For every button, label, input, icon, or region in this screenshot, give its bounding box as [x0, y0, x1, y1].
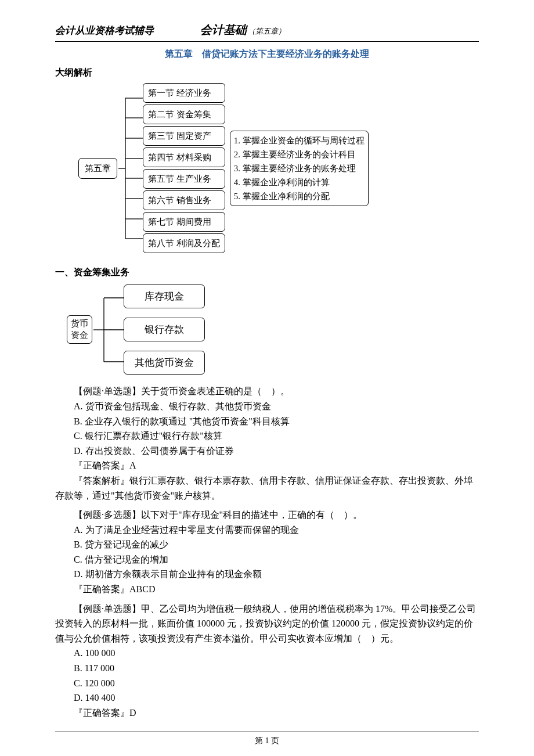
option-c: C. 借方登记现金的增加 — [55, 552, 479, 567]
monetary-funds-root-box: 货币 资金 — [67, 315, 92, 344]
question-1: 【例题·单选题】关于货币资金表述正确的是（ ）。 A. 货币资金包括现金、银行存… — [55, 384, 479, 503]
outline-section-list: 第一节 经济业务 第二节 资金筹集 第三节 固定资产 第四节 材料采购 第五节 … — [143, 83, 225, 253]
outline-section-item: 第六节 销售业务 — [143, 190, 225, 210]
outline-objective: 2. 掌握主要经济业务的会计科目 — [234, 147, 365, 161]
option-d: D. 期初借方余额表示目前企业持有的现金余额 — [55, 567, 479, 582]
outline-branch-lines — [117, 88, 143, 249]
monetary-funds-item: 其他货币资金 — [124, 351, 205, 375]
option-d: D. 存出投资款、公司债券属于有价证券 — [55, 444, 479, 459]
option-c: C. 120 000 — [55, 676, 479, 691]
option-a: A. 为了满足企业经营过程中零星支付需要而保留的现金 — [55, 523, 479, 538]
header-course: 会计从业资格考试辅导 — [55, 23, 154, 38]
option-b: B. 企业存入银行的款项通过 "其他货币资金"科目核算 — [55, 414, 479, 429]
outline-diagram: 第五章 第一节 经济业务 第二节 资金筹集 第三节 固定资产 第四节 材料采购 … — [78, 83, 479, 253]
correct-answer: 『正确答案』A — [55, 458, 479, 473]
outline-objectives-box: 1. 掌握企业资金的循环与周转过程 2. 掌握主要经济业务的会计科目 3. 掌握… — [230, 131, 369, 206]
outline-section-item: 第八节 利润及分配 — [143, 233, 225, 253]
option-b: B. 贷方登记现金的减少 — [55, 537, 479, 552]
outline-heading: 大纲解析 — [55, 65, 479, 80]
page-number: 第 1 页 — [55, 735, 479, 747]
monetary-funds-item: 库存现金 — [124, 285, 205, 308]
outline-section-item: 第七节 期间费用 — [143, 212, 225, 232]
root-line1: 货币 — [71, 319, 88, 328]
page-header: 会计从业资格考试辅导 会计基础 （第五章） — [55, 20, 479, 39]
outline-objective: 5. 掌握企业净利润的分配 — [234, 189, 365, 203]
option-c: C. 银行汇票存款通过"银行存款"核算 — [55, 429, 479, 444]
question-stem: 【例题·单选题】关于货币资金表述正确的是（ ）。 — [55, 384, 479, 399]
outline-objective: 4. 掌握企业净利润的计算 — [234, 175, 365, 189]
monetary-funds-diagram: 货币 资金 库存现金 银行存款 其他货币资金 — [67, 285, 479, 375]
question-stem: 【例题·单选题】甲、乙公司均为增值税一般纳税人，使用的增值税税率为 17%。甲公… — [55, 602, 479, 646]
monetary-funds-items: 库存现金 银行存款 其他货币资金 — [124, 285, 205, 375]
section-1-heading: 一、资金筹集业务 — [55, 265, 479, 280]
outline-section-item: 第一节 经济业务 — [143, 83, 225, 103]
correct-answer: 『正确答案』ABCD — [55, 582, 479, 597]
question-3: 【例题·单选题】甲、乙公司均为增值税一般纳税人，使用的增值税税率为 17%。甲公… — [55, 602, 479, 721]
header-subject: 会计基础 — [200, 20, 247, 39]
header-rule — [55, 41, 479, 42]
option-a: A. 100 000 — [55, 646, 479, 661]
outline-root-box: 第五章 — [78, 158, 117, 179]
outline-objective: 1. 掌握企业资金的循环与周转过程 — [234, 134, 365, 147]
root-line2: 资金 — [71, 330, 88, 340]
option-a: A. 货币资金包括现金、银行存款、其他货币资金 — [55, 399, 479, 414]
outline-section-item: 第四节 材料采购 — [143, 147, 225, 167]
outline-section-item: 第三节 固定资产 — [143, 126, 225, 146]
header-chapter-sub: （第五章） — [248, 26, 286, 38]
question-stem: 【例题·多选题】以下对于"库存现金"科目的描述中，正确的有（ ）。 — [55, 507, 479, 523]
option-b: B. 117 000 — [55, 661, 479, 676]
question-2: 【例题·多选题】以下对于"库存现金"科目的描述中，正确的有（ ）。 A. 为了满… — [55, 507, 479, 597]
outline-section-item: 第五节 生产业务 — [143, 169, 225, 189]
monetary-funds-item: 银行存款 — [124, 318, 205, 341]
outline-section-item: 第二节 资金筹集 — [143, 105, 225, 124]
monetary-funds-branch-lines — [92, 286, 124, 373]
option-d: D. 140 400 — [55, 690, 479, 705]
correct-answer: 『正确答案』D — [55, 705, 479, 721]
answer-explanation: 『答案解析』银行汇票存款、银行本票存款、信用卡存款、信用证保证金存款、存出投资款… — [55, 473, 479, 503]
chapter-title: 第五章 借贷记账方法下主要经济业务的账务处理 — [55, 46, 479, 62]
outline-objective: 3. 掌握主要经济业务的账务处理 — [234, 161, 365, 175]
